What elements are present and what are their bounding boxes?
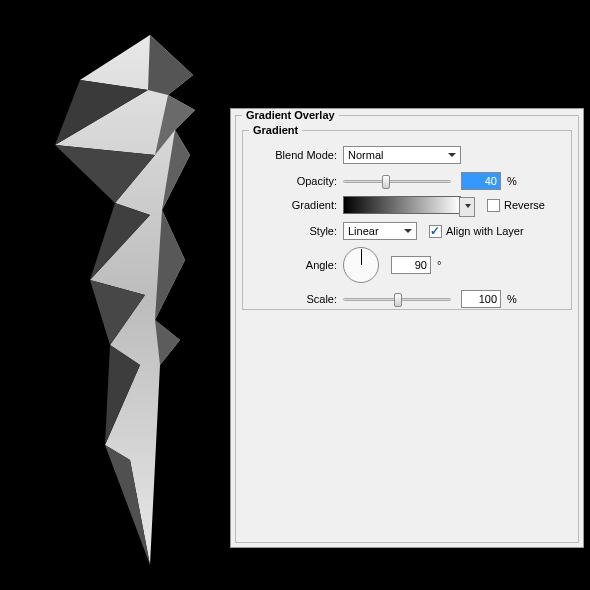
opacity-slider-thumb[interactable]: [382, 175, 390, 189]
align-checkbox[interactable]: [429, 225, 442, 238]
gradient-picker[interactable]: [343, 196, 461, 214]
align-label: Align with Layer: [446, 225, 524, 237]
scale-slider-thumb[interactable]: [394, 293, 402, 307]
style-select[interactable]: Linear: [343, 222, 417, 240]
opacity-row: Opacity: 40 %: [243, 171, 563, 191]
style-label: Style:: [243, 225, 343, 237]
angle-label: Angle:: [243, 259, 343, 271]
blend-mode-value: Normal: [348, 149, 383, 161]
gradient-fieldset: Gradient Blend Mode: Normal Opacity: 40 …: [242, 130, 572, 310]
gradient-overlay-fieldset: Gradient Overlay Gradient Blend Mode: No…: [235, 115, 579, 543]
gradient-label: Gradient:: [243, 199, 343, 211]
scale-input[interactable]: 100: [461, 290, 501, 308]
opacity-label: Opacity:: [243, 175, 343, 187]
angle-input[interactable]: 90: [391, 256, 431, 274]
blend-mode-label: Blend Mode:: [243, 149, 343, 161]
scale-unit: %: [507, 293, 517, 305]
gradient-row: Gradient: Reverse: [243, 195, 563, 215]
angle-dial-hand: [361, 249, 362, 265]
scale-row: Scale: 100 %: [243, 289, 563, 309]
reverse-label: Reverse: [504, 199, 545, 211]
preview-shape: [30, 35, 210, 565]
gradient-overlay-panel: Gradient Overlay Gradient Blend Mode: No…: [230, 108, 584, 548]
section-title: Gradient: [249, 124, 302, 136]
angle-dial[interactable]: [343, 247, 379, 283]
style-row: Style: Linear Align with Layer: [243, 221, 563, 241]
panel-title: Gradient Overlay: [242, 109, 339, 121]
blend-mode-select[interactable]: Normal: [343, 146, 461, 164]
style-value: Linear: [348, 225, 379, 237]
angle-unit: °: [437, 259, 441, 271]
scale-label: Scale:: [243, 293, 343, 305]
opacity-input[interactable]: 40: [461, 172, 501, 190]
angle-row: Angle: 90 °: [243, 245, 563, 285]
scale-slider[interactable]: [343, 298, 451, 301]
blend-mode-row: Blend Mode: Normal: [243, 145, 563, 165]
reverse-checkbox[interactable]: [487, 199, 500, 212]
opacity-unit: %: [507, 175, 517, 187]
opacity-slider[interactable]: [343, 180, 451, 183]
